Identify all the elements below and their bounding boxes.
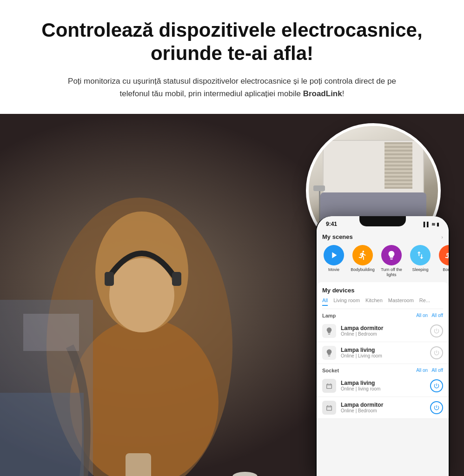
- tab-living[interactable]: Living room: [333, 298, 360, 306]
- lamp-living: Lampa living Online | Living room: [317, 342, 449, 364]
- lamp-dormitor-icon: [322, 324, 336, 338]
- lamp-dormitor-info: Lampa dormitor Online | Bedroom: [341, 325, 430, 337]
- socket-living-name: Lampa living: [341, 380, 430, 386]
- main-section: 9:41 ▌▌ ≋ ▮ My scenes ›: [0, 114, 464, 476]
- lamp-living-status: Online | Living room: [341, 353, 430, 358]
- scene-bodybuilding-icon: [352, 245, 373, 265]
- tab-re[interactable]: Re...: [419, 298, 430, 306]
- scene-movie[interactable]: Movie: [320, 245, 347, 278]
- lamp-living-power[interactable]: [430, 346, 443, 359]
- phone-mockup: 9:41 ▌▌ ≋ ▮ My scenes ›: [315, 216, 450, 476]
- tab-all[interactable]: All: [322, 298, 328, 306]
- svg-rect-6: [172, 272, 181, 286]
- scenes-title: My scenes: [322, 233, 353, 240]
- scenes-arrow[interactable]: ›: [441, 234, 443, 240]
- svg-point-4: [109, 258, 174, 332]
- scene-sleeping-icon: [410, 245, 431, 265]
- app-content: My scenes › Movie: [317, 230, 449, 476]
- status-icons: ▌▌ ≋ ▮: [424, 222, 439, 227]
- scene-movie-label: Movie: [328, 267, 339, 272]
- lamp-dormitor-name: Lampa dormitor: [341, 325, 430, 331]
- svg-rect-11: [23, 314, 79, 351]
- lamp-category-label: Lamp: [322, 313, 336, 318]
- scene-lights-icon: [381, 245, 402, 265]
- scenes-row: Movie Bodybuilding Turn off: [317, 243, 449, 282]
- tab-master[interactable]: Masteroom: [388, 298, 414, 306]
- header-section: Controlează dispozitivele electrocasnice…: [0, 0, 464, 114]
- scene-extra[interactable]: Body...: [436, 245, 449, 278]
- devices-tabs: All Living room Kitchen Masteroom Re...: [322, 298, 443, 309]
- socket-dormitor-name: Lampa dormitor: [341, 402, 430, 408]
- scene-sleeping[interactable]: Sleeping: [407, 245, 434, 278]
- scene-bodybuilding[interactable]: Bodybuilding: [349, 245, 376, 278]
- status-time: 9:41: [326, 221, 337, 227]
- socket-category-header: Socket All on All off: [317, 364, 449, 375]
- scenes-header: My scenes ›: [317, 230, 449, 243]
- socket-dormitor-icon: [322, 401, 336, 415]
- lamp-dormitor-power[interactable]: [430, 324, 443, 337]
- subtitle: Poți monitoriza cu ușurință statusul dis…: [58, 75, 406, 100]
- scene-lights[interactable]: Turn off the lights: [378, 245, 405, 278]
- devices-header: My devices All Living room Kitchen Maste…: [317, 282, 449, 309]
- lamp-category-header: Lamp All on All off: [317, 309, 449, 320]
- socket-all-off[interactable]: All off: [431, 368, 443, 373]
- svg-rect-5: [105, 272, 114, 286]
- svg-rect-7: [126, 453, 151, 476]
- socket-living: Lampa living Online | living room: [317, 375, 449, 397]
- scene-sleeping-label: Sleeping: [412, 267, 428, 272]
- tab-kitchen[interactable]: Kitchen: [365, 298, 383, 306]
- socket-dormitor-power[interactable]: [430, 401, 443, 414]
- phone-notch: [359, 216, 406, 226]
- socket-category-label: Socket: [322, 368, 339, 373]
- lamp-living-info: Lampa living Online | Living room: [341, 347, 430, 358]
- lamp-dormitor: Lampa dormitor Online | Bedroom: [317, 320, 449, 342]
- lamp-dormitor-status: Online | Bedroom: [341, 331, 430, 337]
- socket-living-status: Online | living room: [341, 386, 430, 391]
- socket-dormitor: Lampa dormitor Online | Bedroom: [317, 397, 449, 419]
- svg-rect-12: [0, 393, 84, 476]
- socket-living-info: Lampa living Online | living room: [341, 380, 430, 391]
- scene-extra-label: Body...: [443, 267, 449, 272]
- socket-dormitor-info: Lampa dormitor Online | Bedroom: [341, 402, 430, 413]
- devices-section: My devices All Living room Kitchen Maste…: [317, 282, 449, 419]
- socket-living-power[interactable]: [430, 379, 443, 392]
- lamp-all-on[interactable]: All on: [416, 313, 428, 318]
- scene-movie-icon: [324, 245, 344, 265]
- blinds: [384, 142, 412, 189]
- lamp-living-name: Lampa living: [341, 347, 430, 353]
- page-title: Controlează dispozitivele electrocasnice…: [37, 19, 427, 66]
- lamp-actions: All on All off: [416, 313, 443, 318]
- lamp-all-off[interactable]: All off: [431, 313, 443, 318]
- socket-dormitor-status: Online | Bedroom: [341, 408, 430, 413]
- lamp-living-icon: [322, 346, 336, 360]
- scene-extra-icon: [439, 245, 449, 265]
- scene-bodybuilding-label: Bodybuilding: [351, 267, 375, 272]
- phone-screen: 9:41 ▌▌ ≋ ▮ My scenes ›: [317, 216, 449, 476]
- socket-actions: All on All off: [416, 368, 443, 373]
- devices-title: My devices: [322, 287, 443, 294]
- socket-living-icon: [322, 379, 336, 393]
- scene-lights-label: Turn off the lights: [378, 267, 405, 278]
- socket-all-on[interactable]: All on: [416, 368, 428, 373]
